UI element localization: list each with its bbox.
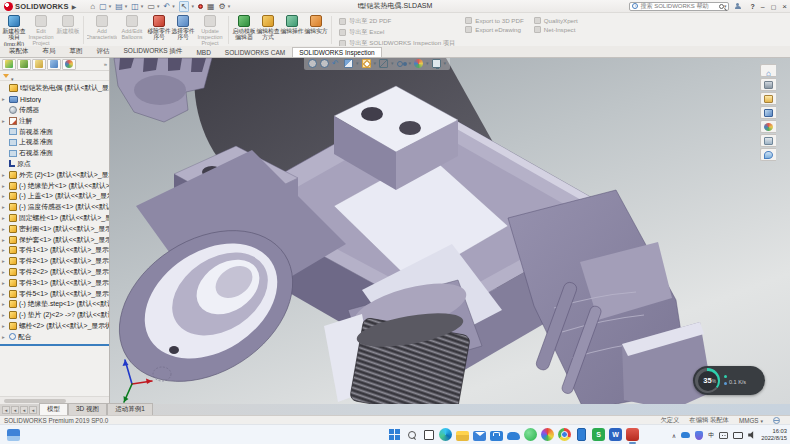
expand-arrow-icon[interactable] bbox=[2, 118, 9, 124]
microsoft-store-icon[interactable] bbox=[490, 431, 503, 441]
tab-3d-views[interactable]: 3D 视图 bbox=[68, 403, 107, 415]
edit-actuals-button[interactable]: 编辑实方 bbox=[304, 14, 328, 46]
tree-item-top-plane[interactable]: 上视基准面 bbox=[0, 137, 109, 148]
edit-operation-button[interactable]: 编辑操作 bbox=[280, 14, 304, 46]
zoom-fit-icon[interactable] bbox=[308, 59, 317, 68]
edge-browser-icon[interactable] bbox=[439, 428, 452, 441]
remove-balloons-button[interactable]: 移除零件序号 bbox=[147, 14, 171, 46]
tree-item-history[interactable]: History bbox=[0, 94, 109, 105]
export-excel-button[interactable]: 导出至 Excel bbox=[339, 28, 455, 37]
wps-icon[interactable] bbox=[592, 428, 605, 441]
expand-arrow-icon[interactable] bbox=[2, 280, 9, 286]
expand-arrow-icon[interactable] bbox=[2, 269, 9, 275]
dimxpertmanager-tab[interactable] bbox=[47, 59, 61, 70]
tab-layout[interactable]: 布局 bbox=[36, 45, 63, 57]
tree-item-origin[interactable]: 原点 bbox=[0, 159, 109, 170]
launch-template-editor-button[interactable]: 启动模板编辑器 bbox=[232, 14, 256, 46]
tree-item-part[interactable]: (-) 绝缘垫.step<1> (默认<<默认>_ bbox=[0, 299, 109, 310]
hide-show-items-icon[interactable] bbox=[397, 59, 406, 68]
panel-tab-overflow-icon[interactable]: » bbox=[104, 61, 107, 67]
close-icon[interactable] bbox=[782, 2, 787, 11]
tree-item-part[interactable]: (-) 上盖<1> (默认<<默认>_显示状态 bbox=[0, 191, 109, 202]
tree-item-part[interactable]: 外壳 (2)<1> (默认<<默认>_显示状态 bbox=[0, 169, 109, 180]
edit-inspection-project-button[interactable]: Edit Inspection Project bbox=[26, 14, 56, 46]
tree-item-front-plane[interactable]: 前视基准面 bbox=[0, 126, 109, 137]
tab-motion-study[interactable]: 运动算例1 bbox=[107, 403, 153, 415]
tab-solidworks-cam[interactable]: SOLIDWORKS CAM bbox=[218, 47, 292, 57]
onedrive-icon[interactable] bbox=[507, 432, 520, 440]
section-view-icon[interactable] bbox=[344, 59, 353, 68]
minimize-icon[interactable] bbox=[761, 3, 765, 10]
new-template-button[interactable]: 新建模板 bbox=[56, 14, 80, 46]
touch-keyboard-icon[interactable] bbox=[719, 432, 728, 439]
expand-arrow-icon[interactable] bbox=[2, 96, 9, 102]
user-account-icon[interactable] bbox=[734, 3, 741, 10]
model-right-shaft[interactable] bbox=[508, 190, 712, 404]
search-icon[interactable] bbox=[719, 4, 724, 9]
undo-icon[interactable]: ↶ bbox=[163, 2, 170, 11]
tree-item-part[interactable]: (-) 温度传感器<1> (默认<<默认>_显 bbox=[0, 202, 109, 213]
add-edit-balloons-button[interactable]: Add/Edit Balloons bbox=[117, 14, 147, 46]
tab-addins[interactable]: SOLIDWORKS 插件 bbox=[117, 45, 190, 57]
help-icon[interactable] bbox=[750, 3, 754, 10]
tree-item-sensors[interactable]: 传感器 bbox=[0, 105, 109, 116]
select-icon[interactable]: ↖ bbox=[179, 1, 190, 12]
taskpane-appearances-button[interactable] bbox=[760, 120, 776, 133]
tab-assembly[interactable]: 装配体 bbox=[2, 45, 36, 57]
featuremanager-tab[interactable] bbox=[2, 59, 16, 70]
expand-arrow-icon[interactable] bbox=[2, 301, 9, 307]
rebuild-icon[interactable] bbox=[198, 4, 203, 9]
expand-arrow-icon[interactable] bbox=[2, 237, 9, 243]
help-search-input[interactable]: i 搜索 SOLIDWORKS 帮助 ▾ bbox=[629, 2, 729, 11]
solidworks-logo[interactable]: SOLIDWORKS ▶ bbox=[0, 2, 80, 11]
tree-item-part[interactable]: 零件2<2> (默认<<默认>_显示状态 bbox=[0, 267, 109, 278]
configurationmanager-tab[interactable] bbox=[32, 59, 46, 70]
mail-icon[interactable] bbox=[473, 431, 486, 441]
file-explorer-icon[interactable] bbox=[456, 431, 469, 441]
chrome-icon[interactable] bbox=[558, 428, 571, 441]
view-orientation-icon[interactable] bbox=[362, 59, 371, 68]
security-shield-icon[interactable] bbox=[695, 431, 703, 440]
update-inspection-project-button[interactable]: Update Inspection Project bbox=[195, 14, 225, 46]
tree-item-part[interactable]: (-) 绝缘垫片<1> (默认<<默认>_显示 bbox=[0, 180, 109, 191]
tab-scroll-buttons[interactable] bbox=[0, 406, 39, 415]
taskpane-design-library-button[interactable] bbox=[760, 78, 776, 91]
options-gear-icon[interactable]: ⚙ bbox=[218, 2, 225, 11]
tree-item-part[interactable]: 零件1<1> (默认<<默认>_显示状态 bbox=[0, 245, 109, 256]
new-document-icon[interactable]: ▢ bbox=[99, 2, 107, 11]
phone-link-icon[interactable] bbox=[575, 428, 588, 441]
expand-arrow-icon[interactable] bbox=[2, 183, 9, 189]
expand-arrow-icon[interactable] bbox=[2, 172, 9, 178]
expand-arrow-icon[interactable] bbox=[2, 334, 9, 340]
expand-arrow-icon[interactable] bbox=[2, 204, 9, 210]
tree-item-part[interactable]: 螺栓<2> (默认<<默认>_显示状态 bbox=[0, 321, 109, 332]
taskpane-custom-properties-button[interactable] bbox=[760, 134, 776, 147]
tab-model[interactable]: 模型 bbox=[39, 403, 68, 415]
units-selector[interactable]: MMGS bbox=[739, 417, 763, 424]
edit-inspection-method-button[interactable]: 编辑检查方式 bbox=[256, 14, 280, 46]
new-inspection-project-button[interactable]: 新建检查项目 (imp;检) bbox=[2, 14, 26, 46]
pinwheel-app-icon[interactable] bbox=[541, 428, 554, 441]
green-app-icon[interactable] bbox=[524, 428, 537, 441]
file-properties-icon[interactable]: ▦ bbox=[207, 2, 215, 11]
zoom-area-icon[interactable] bbox=[320, 59, 329, 68]
graphics-viewport[interactable]: ▾ ▾ ▾ ▾ ▾ ▾ 35 % 0.1 K/s bbox=[110, 58, 790, 404]
tab-mbd[interactable]: MBD bbox=[189, 47, 217, 57]
open-icon[interactable]: ▤ bbox=[115, 2, 123, 11]
export-2d-pdf-button[interactable]: 导出至 2D PDF bbox=[339, 17, 455, 26]
panel-split-bar[interactable] bbox=[0, 344, 109, 346]
net-inspect-button[interactable]: Net-Inspect bbox=[534, 26, 578, 33]
tab-sketch[interactable]: 草图 bbox=[63, 45, 90, 57]
propertymanager-tab[interactable] bbox=[17, 59, 31, 70]
ime-indicator[interactable]: 中 bbox=[708, 431, 714, 440]
tab-evaluate[interactable]: 评估 bbox=[90, 45, 117, 57]
expand-arrow-icon[interactable] bbox=[2, 258, 9, 264]
tree-item-part[interactable]: 零件3<1> (默认<<默认>_显示状态 bbox=[0, 277, 109, 288]
taskbar-search-icon[interactable] bbox=[405, 428, 418, 441]
print-icon[interactable]: ▭ bbox=[147, 2, 155, 11]
tree-item-part[interactable]: 保护套<1> (默认<<默认>_显示状态 bbox=[0, 234, 109, 245]
tree-item-mates[interactable]: 配合 bbox=[0, 331, 109, 342]
qualityxpert-button[interactable]: QualityXpert bbox=[534, 17, 578, 24]
tree-item-part[interactable]: 零件2<1> (默认<<默认>_显示状态 bbox=[0, 256, 109, 267]
maximize-icon[interactable] bbox=[771, 3, 777, 10]
